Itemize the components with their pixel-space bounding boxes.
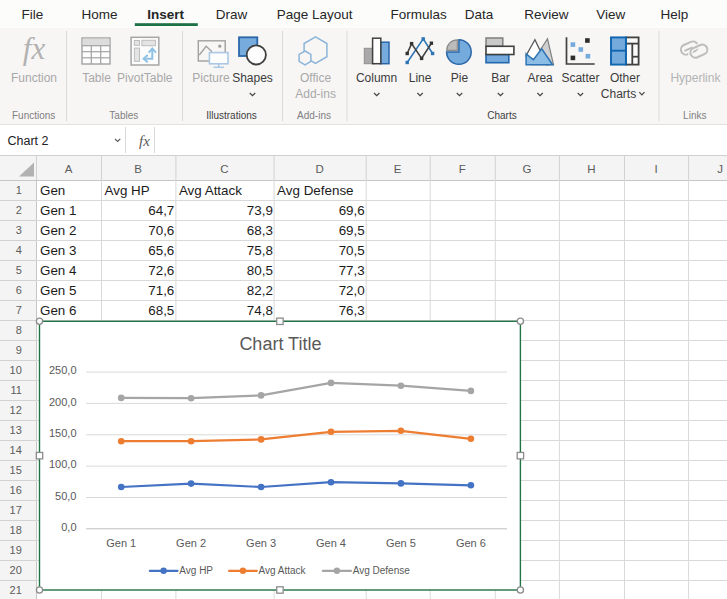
svg-text:73,9: 73,9 <box>247 203 273 218</box>
svg-text:Avg Defense: Avg Defense <box>277 183 353 198</box>
svg-text:E: E <box>394 163 402 175</box>
svg-text:Add-ins: Add-ins <box>295 87 336 101</box>
svg-text:Insert: Insert <box>147 7 184 22</box>
svg-text:0,0: 0,0 <box>61 521 76 533</box>
svg-text:Other: Other <box>610 71 640 85</box>
svg-text:Home: Home <box>81 7 117 22</box>
svg-text:Pie: Pie <box>451 71 469 85</box>
svg-text:Bar: Bar <box>491 71 510 85</box>
svg-text:1: 1 <box>16 184 22 196</box>
svg-text:G: G <box>522 163 531 175</box>
svg-text:Draw: Draw <box>216 7 248 22</box>
svg-text:14: 14 <box>10 444 22 456</box>
svg-text:77,3: 77,3 <box>339 263 365 278</box>
svg-text:A: A <box>65 163 73 175</box>
svg-text:11: 11 <box>10 384 21 396</box>
svg-text:Column: Column <box>356 71 397 85</box>
svg-text:D: D <box>315 163 323 175</box>
svg-text:Data: Data <box>465 7 494 22</box>
svg-text:Avg HP: Avg HP <box>179 565 213 576</box>
svg-text:5: 5 <box>16 264 22 276</box>
svg-text:Gen 1: Gen 1 <box>106 537 136 549</box>
svg-text:PivotTable: PivotTable <box>117 71 173 85</box>
svg-text:Avg Attack: Avg Attack <box>179 183 242 198</box>
svg-text:18: 18 <box>10 524 22 536</box>
svg-text:Gen 3: Gen 3 <box>40 243 76 258</box>
svg-text:Gen 6: Gen 6 <box>456 537 486 549</box>
svg-text:I: I <box>654 163 657 175</box>
svg-text:C: C <box>220 163 228 175</box>
svg-text:7: 7 <box>16 304 22 316</box>
svg-text:Add-ins: Add-ins <box>297 110 331 121</box>
svg-text:Tables: Tables <box>109 110 138 121</box>
svg-text:17: 17 <box>10 504 22 516</box>
svg-text:Avg Attack: Avg Attack <box>259 565 307 576</box>
svg-text:Help: Help <box>660 7 688 22</box>
svg-text:Charts: Charts <box>601 87 636 101</box>
svg-text:100,0: 100,0 <box>49 458 77 470</box>
svg-text:Page Layout: Page Layout <box>277 7 353 22</box>
svg-text:2: 2 <box>16 204 22 216</box>
svg-text:69,5: 69,5 <box>339 223 365 238</box>
svg-text:fx: fx <box>23 31 46 66</box>
svg-text:72,6: 72,6 <box>148 263 174 278</box>
svg-text:Chart Title: Chart Title <box>239 334 321 354</box>
svg-text:Review: Review <box>524 7 569 22</box>
svg-text:9: 9 <box>16 344 22 356</box>
svg-text:70,5: 70,5 <box>339 243 365 258</box>
svg-text:Formulas: Formulas <box>390 7 447 22</box>
svg-text:20: 20 <box>10 564 22 576</box>
svg-text:J: J <box>717 163 723 175</box>
svg-text:3: 3 <box>16 224 22 236</box>
svg-text:F: F <box>459 163 466 175</box>
svg-text:Office: Office <box>300 71 331 85</box>
svg-text:4: 4 <box>16 244 22 256</box>
svg-text:Area: Area <box>527 71 553 85</box>
svg-text:Scatter: Scatter <box>561 71 599 85</box>
svg-text:Gen 3: Gen 3 <box>246 537 276 549</box>
svg-text:Gen 5: Gen 5 <box>386 537 416 549</box>
svg-text:68,3: 68,3 <box>247 223 273 238</box>
svg-text:H: H <box>587 163 595 175</box>
svg-text:Shapes: Shapes <box>232 71 273 85</box>
svg-text:50,0: 50,0 <box>55 490 76 502</box>
svg-text:fx: fx <box>139 133 150 149</box>
svg-text:Gen 5: Gen 5 <box>40 283 76 298</box>
svg-text:64,7: 64,7 <box>148 203 174 218</box>
svg-text:65,6: 65,6 <box>148 243 174 258</box>
svg-text:Function: Function <box>11 71 57 85</box>
svg-text:75,8: 75,8 <box>247 243 273 258</box>
svg-text:Picture: Picture <box>192 71 230 85</box>
svg-text:Charts: Charts <box>487 110 516 121</box>
svg-text:70,6: 70,6 <box>148 223 174 238</box>
svg-text:Chart 2: Chart 2 <box>8 134 49 148</box>
svg-text:19: 19 <box>10 544 22 556</box>
svg-text:Gen 4: Gen 4 <box>40 263 77 278</box>
svg-text:6: 6 <box>16 284 22 296</box>
svg-text:13: 13 <box>10 424 22 436</box>
svg-text:Hyperlink: Hyperlink <box>670 71 721 85</box>
svg-text:File: File <box>22 7 44 22</box>
svg-text:72,0: 72,0 <box>339 283 365 298</box>
svg-text:Avg HP: Avg HP <box>105 183 150 198</box>
svg-text:Functions: Functions <box>12 110 55 121</box>
svg-text:80,5: 80,5 <box>247 263 273 278</box>
svg-text:69,6: 69,6 <box>339 203 365 218</box>
svg-text:15: 15 <box>10 464 22 476</box>
svg-text:Gen 2: Gen 2 <box>176 537 206 549</box>
svg-text:Gen 2: Gen 2 <box>40 223 76 238</box>
svg-text:12: 12 <box>10 404 22 416</box>
svg-text:82,2: 82,2 <box>247 283 273 298</box>
svg-text:Avg Defense: Avg Defense <box>353 565 411 576</box>
svg-text:Gen 4: Gen 4 <box>316 537 346 549</box>
svg-text:Table: Table <box>82 71 111 85</box>
svg-text:Illustrations: Illustrations <box>206 110 257 121</box>
svg-text:B: B <box>134 163 142 175</box>
svg-text:Line: Line <box>409 71 432 85</box>
svg-text:71,6: 71,6 <box>148 283 174 298</box>
svg-text:150,0: 150,0 <box>49 427 77 439</box>
svg-text:250,0: 250,0 <box>49 364 77 376</box>
svg-text:8: 8 <box>16 324 22 336</box>
svg-text:Links: Links <box>683 110 706 121</box>
svg-text:200,0: 200,0 <box>49 396 77 408</box>
